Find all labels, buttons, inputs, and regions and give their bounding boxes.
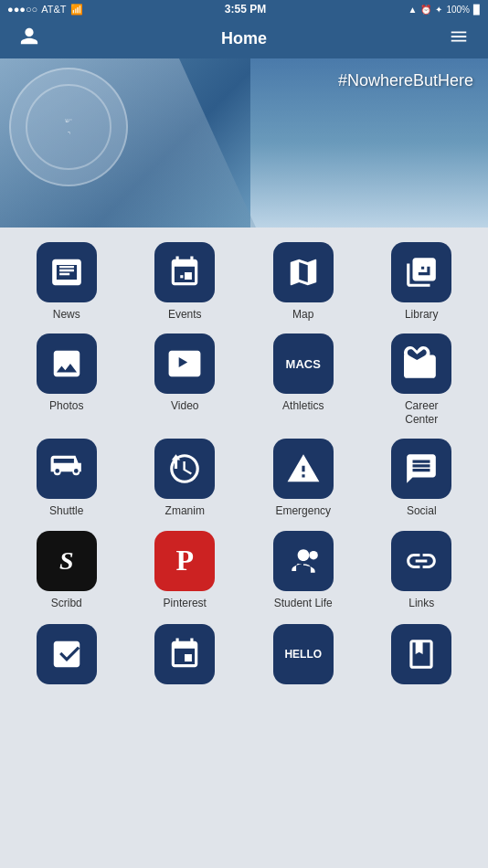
app-item-events[interactable]: Events (130, 242, 241, 321)
app-item-pinterest[interactable]: P Pinterest (130, 531, 241, 609)
social-label: Social (407, 504, 437, 517)
events-label: Events (168, 308, 202, 321)
career-center-label: CareerCenter (405, 399, 439, 426)
alarm-icon: ⏰ (420, 5, 431, 15)
app-item-emergency[interactable]: Emergency (248, 439, 359, 517)
emergency-icon (273, 439, 334, 499)
scribd-label: Scribd (51, 597, 82, 609)
app-grid: News Events Map Library Photos Video (0, 228, 488, 624)
status-time: 3:55 PM (225, 3, 266, 16)
hero-hashtag: #NowhereButHere (324, 58, 488, 103)
app-item-links[interactable]: Links (366, 531, 478, 609)
map-icon (273, 242, 334, 302)
zmanim-icon (154, 439, 215, 499)
athletics-label: Athletics (282, 399, 324, 412)
shuttle-icon (37, 439, 97, 499)
photos-label: Photos (49, 399, 83, 412)
battery-icon: ▉ (473, 5, 481, 15)
library-label: Library (405, 308, 439, 321)
links-label: Links (408, 597, 434, 609)
svg-point-3 (309, 550, 318, 559)
events-icon (154, 242, 215, 302)
links-icon (391, 531, 451, 591)
student-life-label: Student Life (274, 597, 333, 609)
status-bar: ●●●○○ AT&T 📶 3:55 PM ▲ ⏰ ✦ 100% ▉ (0, 0, 488, 18)
app-item-bottom2[interactable] (130, 624, 241, 684)
hero-banner: יש ר #NowhereButHere (0, 58, 488, 228)
photos-icon (37, 333, 97, 394)
app-item-bottom3[interactable]: HELLO (248, 624, 359, 684)
athletics-icon: MACS (273, 333, 334, 394)
nav-title: Home (44, 29, 444, 48)
status-left: ●●●○○ AT&T 📶 (7, 4, 83, 16)
app-item-zmanim[interactable]: Zmanim (130, 439, 241, 517)
scribd-icon: S (37, 531, 97, 591)
wifi-icon: 📶 (70, 4, 83, 16)
app-item-shuttle[interactable]: Shuttle (11, 439, 122, 517)
app-item-library[interactable]: Library (366, 242, 478, 321)
bluetooth-icon: ✦ (435, 5, 442, 15)
nav-bar: Home (0, 18, 488, 58)
app-item-scribd[interactable]: S Scribd (11, 531, 122, 609)
bottom1-icon (37, 624, 97, 684)
app-item-video[interactable]: Video (130, 333, 241, 426)
student-life-icon (273, 531, 334, 591)
app-item-photos[interactable]: Photos (11, 333, 122, 426)
shuttle-label: Shuttle (49, 504, 83, 517)
zmanim-label: Zmanim (165, 504, 205, 517)
pinterest-icon: P (154, 531, 215, 591)
video-icon (154, 333, 215, 394)
status-right: ▲ ⏰ ✦ 100% ▉ (408, 5, 481, 15)
bottom4-icon (391, 624, 451, 684)
video-label: Video (171, 399, 198, 412)
news-label: News (53, 308, 80, 321)
hero-overlay: #NowhereButHere (0, 58, 488, 228)
app-item-map[interactable]: Map (248, 242, 359, 321)
signal-dots: ●●●○○ (7, 4, 37, 15)
app-item-bottom1[interactable] (11, 624, 122, 684)
news-icon (37, 242, 97, 302)
carrier-label: AT&T (41, 4, 66, 15)
menu-button[interactable] (444, 26, 473, 51)
profile-button[interactable] (15, 26, 44, 51)
app-item-social[interactable]: Social (366, 439, 478, 517)
app-item-career-center[interactable]: CareerCenter (366, 333, 478, 426)
app-item-student-life[interactable]: Student Life (248, 531, 359, 609)
app-item-bottom4[interactable] (366, 624, 478, 684)
career-center-icon (391, 333, 451, 394)
app-item-athletics[interactable]: MACS Athletics (248, 333, 359, 426)
bottom2-icon (154, 624, 215, 684)
battery-label: 100% (446, 5, 470, 15)
app-item-news[interactable]: News (11, 242, 122, 321)
pinterest-label: Pinterest (164, 597, 207, 609)
location-icon: ▲ (408, 5, 418, 15)
map-label: Map (292, 308, 313, 321)
bottom3-icon: HELLO (273, 624, 334, 684)
bottom-partial-row: HELLO (0, 624, 488, 684)
emergency-label: Emergency (275, 504, 331, 517)
social-icon (391, 439, 451, 499)
library-icon (391, 242, 451, 302)
